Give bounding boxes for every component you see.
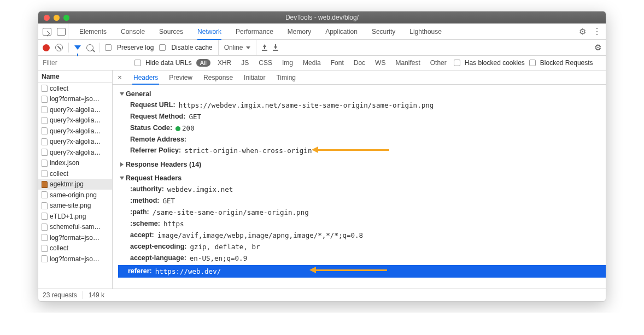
request-method-value: GET <box>189 113 201 121</box>
scheme-key: :scheme: <box>130 220 160 228</box>
request-row[interactable]: query?x-algolia… <box>38 104 112 115</box>
general-header[interactable]: General <box>120 89 606 99</box>
has-blocked-cookies-label: Has blocked cookies <box>465 59 525 67</box>
window-title: DevTools - web.dev/blog/ <box>38 14 606 21</box>
detail-tab-headers[interactable]: Headers <box>132 70 159 84</box>
tab-security[interactable]: Security <box>368 23 399 39</box>
hide-data-urls-checkbox[interactable] <box>134 60 141 66</box>
tab-elements[interactable]: Elements <box>76 23 110 39</box>
type-filter-all[interactable]: All <box>196 59 210 67</box>
type-filter-manifest[interactable]: Manifest <box>393 56 423 70</box>
method-value: GET <box>162 197 175 205</box>
request-row[interactable]: same-site.png <box>38 201 112 211</box>
device-toolbar-icon[interactable] <box>57 28 66 36</box>
caret-down-icon <box>246 46 250 49</box>
status-bar: 23 requests 149 k <box>38 289 606 301</box>
hide-data-urls-label: Hide data URLs <box>145 59 192 67</box>
network-toolbar: Preserve log Disable cache Online ⚙ <box>38 40 606 56</box>
type-filter-media[interactable]: Media <box>300 56 324 70</box>
request-row[interactable]: collect <box>38 243 112 254</box>
file-icon <box>42 149 48 156</box>
request-name: log?format=jso… <box>50 234 99 242</box>
settings-gear-icon[interactable]: ⚙ <box>579 27 586 37</box>
request-name: index.json <box>50 159 79 167</box>
request-row[interactable]: log?format=jso… <box>38 232 112 243</box>
request-row[interactable]: query?x-algolia… <box>38 126 112 137</box>
tab-performance[interactable]: Performance <box>232 23 277 39</box>
request-name: schemeful-sam… <box>50 223 101 231</box>
request-row[interactable]: query?x-algolia… <box>38 147 112 158</box>
type-filter-js[interactable]: JS <box>238 56 251 70</box>
tab-console[interactable]: Console <box>118 23 148 39</box>
close-detail-icon[interactable]: × <box>116 73 124 81</box>
request-row[interactable]: query?x-algolia… <box>38 137 112 148</box>
request-row[interactable]: same-origin.png <box>38 190 112 201</box>
search-icon[interactable] <box>86 44 93 51</box>
request-row[interactable]: index.json <box>38 158 112 169</box>
accept-language-value: en-US,en;q=0.9 <box>190 254 247 262</box>
type-filter-font[interactable]: Font <box>328 56 347 70</box>
request-row[interactable]: collect <box>38 168 112 179</box>
referer-key: referer: <box>128 267 152 275</box>
referer-row-highlighted: referer: https://web.dev/ <box>118 265 606 278</box>
authority-key: :authority: <box>130 185 164 193</box>
filter-toggle-icon[interactable] <box>74 45 81 50</box>
request-row[interactable]: eTLD+1.png <box>38 211 112 222</box>
request-row[interactable]: query?x-algolia… <box>38 115 112 126</box>
request-row[interactable]: log?format=jso… <box>38 254 112 265</box>
request-name: query?x-algolia… <box>50 116 101 124</box>
request-headers-header[interactable]: Request Headers <box>120 173 606 184</box>
response-headers-section: Response Headers (14) <box>118 157 606 171</box>
throttling-dropdown[interactable]: Online <box>218 40 257 55</box>
referer-value: https://web.dev/ <box>155 267 221 275</box>
preserve-log-checkbox[interactable] <box>105 44 112 51</box>
type-filter-other[interactable]: Other <box>428 56 449 70</box>
request-row[interactable]: agektmr.jpg <box>38 179 112 190</box>
request-row[interactable]: log?format=jso… <box>38 94 112 105</box>
request-name: collect <box>50 170 68 178</box>
request-row[interactable]: collect <box>38 83 112 94</box>
type-filter-img[interactable]: Img <box>279 56 296 70</box>
disable-cache-checkbox[interactable] <box>159 44 166 51</box>
referrer-policy-key: Referrer Policy: <box>130 146 181 155</box>
tab-lighthouse[interactable]: Lighthouse <box>406 23 445 39</box>
detail-tab-initiator[interactable]: Initiator <box>243 70 266 84</box>
file-icon <box>42 202 48 209</box>
detail-tab-response[interactable]: Response <box>202 70 234 84</box>
record-icon[interactable] <box>43 44 50 51</box>
tab-memory[interactable]: Memory <box>284 23 314 39</box>
response-headers-header[interactable]: Response Headers (14) <box>120 159 606 170</box>
inspect-element-icon[interactable] <box>43 28 51 36</box>
file-icon <box>42 234 48 241</box>
blocked-requests-checkbox[interactable] <box>529 60 536 66</box>
detail-tab-timing[interactable]: Timing <box>275 70 297 84</box>
request-headers-section: Request Headers :authority:webdev.imgix.… <box>118 171 606 265</box>
network-settings-gear-icon[interactable]: ⚙ <box>594 43 601 52</box>
tab-application[interactable]: Application <box>322 23 361 39</box>
blocked-requests-label: Blocked Requests <box>540 59 593 67</box>
request-count: 23 requests <box>43 291 77 299</box>
file-icon <box>42 117 48 124</box>
import-har-icon[interactable] <box>262 44 267 51</box>
type-filter-doc[interactable]: Doc <box>351 56 368 70</box>
request-row[interactable]: schemeful-sam… <box>38 222 112 233</box>
preserve-log-label: Preserve log <box>117 44 154 51</box>
request-url-value: https://webdev.imgix.net/same-site-same-… <box>179 101 434 109</box>
type-filter-css[interactable]: CSS <box>256 56 275 70</box>
type-filter-ws[interactable]: WS <box>372 56 388 70</box>
request-list-pane: Name collectlog?format=jso…query?x-algol… <box>38 70 113 289</box>
name-column-header[interactable]: Name <box>38 70 112 83</box>
more-menu-icon[interactable]: ⋮ <box>593 26 601 37</box>
file-icon <box>42 191 48 198</box>
annotation-arrow-icon <box>312 146 389 153</box>
detail-tab-preview[interactable]: Preview <box>168 70 194 84</box>
request-name: query?x-algolia… <box>50 106 101 114</box>
type-filter-xhr[interactable]: XHR <box>215 56 234 70</box>
clear-icon[interactable] <box>55 44 63 51</box>
export-har-icon[interactable] <box>273 44 278 51</box>
tab-network[interactable]: Network <box>194 23 225 39</box>
has-blocked-cookies-checkbox[interactable] <box>454 60 460 66</box>
filter-input[interactable] <box>43 58 130 68</box>
tab-sources[interactable]: Sources <box>156 23 186 39</box>
transfer-size: 149 k <box>89 291 104 299</box>
